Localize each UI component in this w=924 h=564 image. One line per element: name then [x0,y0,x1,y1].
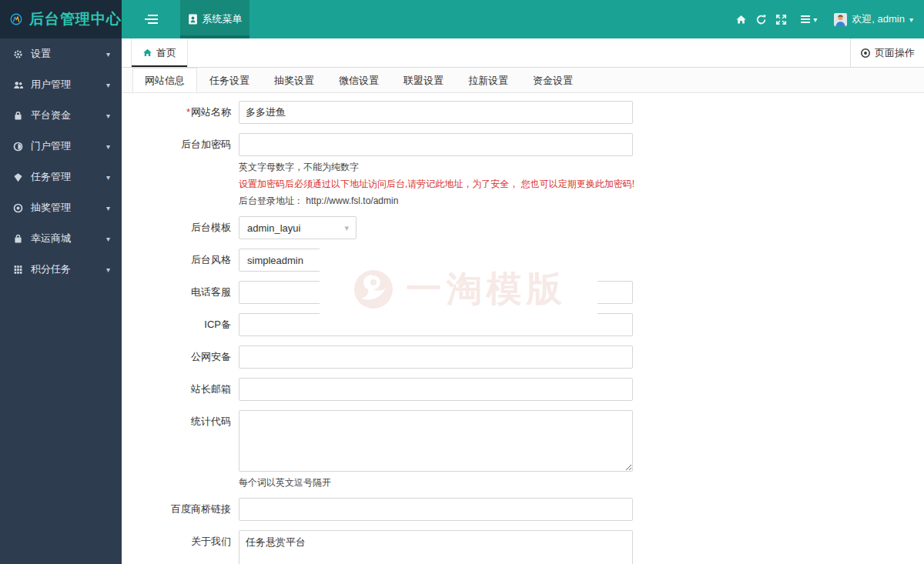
sidebar-item-label: 门户管理 [31,139,71,153]
cogs-icon [12,49,24,59]
home-icon [142,48,152,58]
user-menu[interactable]: 欢迎, admin ▾ [834,12,913,26]
tab-home[interactable]: 首页 [131,38,188,67]
home-button[interactable] [731,0,751,38]
phone-service-input[interactable] [239,281,633,304]
tab-home-label: 首页 [156,46,176,60]
admin-code-input[interactable] [239,133,633,156]
sidebar-item-portal[interactable]: 门户管理 ▾ [0,131,122,162]
field-label: 公网安备 [122,345,239,369]
form-row-stats-code: 统计代码 每个词以英文逗号隔开 [122,410,924,489]
welcome-label: 欢迎, admin [852,12,905,26]
field-label: 后台模板 [122,216,239,239]
stats-code-textarea[interactable] [239,410,633,472]
tab-wechat-settings[interactable]: 微信设置 [326,68,391,92]
tab-alliance-settings[interactable]: 联盟设置 [391,68,456,92]
brand-area: 后台管理中心 [0,0,122,38]
site-name-input[interactable] [239,101,633,124]
field-label: 后台风格 [122,249,239,272]
field-label: 统计代码 [122,410,239,489]
expand-icon [775,14,787,25]
chevron-down-icon: ▾ [106,50,110,58]
admin-code-warning: 设置加密码后必须通过以下地址访问后台,请劳记此地址，为了安全， 您也可以定期更换… [239,179,634,190]
sidebar-item-lucky-mall[interactable]: 幸运商城 ▾ [0,223,122,254]
sidebar-toggle-button[interactable] [122,0,180,38]
main-area: 首页 页面操作 网站信息 任务设置 抽奖设置 微信设置 联盟设置 拉新设置 资金… [122,38,924,564]
admin-login-url: 后台登录地址： http://www.fsl.to/admin [239,195,634,207]
chevron-down-icon: ▾ [106,235,110,243]
sidebar-item-settings[interactable]: 设置 ▾ [0,38,122,69]
field-label: 后台加密码 [122,133,239,207]
points-icon [12,265,24,275]
form-row-admin-template: 后台模板 admin_layui [122,216,924,239]
tab-funds-settings[interactable]: 资金设置 [521,68,585,92]
required-asterisk: * [186,106,190,118]
address-book-icon [188,14,198,25]
site-info-panel: *网站名称 后台加密码 英文字母数字，不能为纯数字 设置加密码后必须通过以下地址… [122,93,924,564]
system-menu-label: 系统菜单 [203,12,243,26]
brand-logo-icon [10,7,22,32]
admin-template-select[interactable]: admin_layui [239,216,357,239]
form-row-phone-service: 电话客服 [122,281,924,304]
admin-style-select[interactable]: simpleadmin [239,249,357,272]
chevron-down-icon: ▾ [909,15,913,24]
header-right: ▾ 欢迎, admin ▾ [731,0,924,38]
tab-referral-settings[interactable]: 拉新设置 [456,68,521,92]
users-icon [12,80,24,90]
page-tab-bar: 首页 页面操作 [122,38,924,68]
form-row-admin-style: 后台风格 simpleadmin [122,249,924,272]
sidebar-item-lottery[interactable]: 抽奖管理 ▾ [0,192,122,223]
page-operations-button[interactable]: 页面操作 [850,38,924,67]
tasks-icon [12,172,24,182]
webmaster-email-input[interactable] [239,378,633,401]
chevron-down-icon: ▾ [106,173,110,182]
field-label: 关于我们 [122,530,239,564]
hamburger-icon [145,15,158,24]
about-us-textarea[interactable]: 任务悬赏平台 [239,530,633,564]
form-row-public-security: 公网安备 [122,345,924,369]
public-security-input[interactable] [239,345,633,369]
stats-code-help: 每个词以英文逗号隔开 [239,477,634,489]
brand-title: 后台管理中心 [29,9,122,29]
sidebar-item-label: 平台资金 [31,108,71,122]
icp-input[interactable] [239,313,633,336]
funds-icon [12,111,24,121]
refresh-button[interactable] [751,0,771,38]
tab-lottery-settings[interactable]: 抽奖设置 [262,68,326,92]
chevron-down-icon: ▾ [106,204,110,212]
sidebar-item-label: 用户管理 [31,78,71,92]
portal-icon [12,142,24,152]
fullscreen-button[interactable] [771,0,791,38]
chevron-down-icon: ▾ [106,112,110,120]
target-icon [860,48,871,58]
list-icon [800,15,811,24]
page-operations-label: 页面操作 [875,46,915,60]
sidebar-item-label: 设置 [31,47,51,61]
sidebar-item-label: 抽奖管理 [31,201,71,215]
chevron-down-icon: ▾ [106,142,110,151]
sidebar-item-users[interactable]: 用户管理 ▾ [0,69,122,100]
lottery-icon [12,203,24,213]
chevron-down-icon: ▾ [106,81,110,89]
home-icon [735,14,747,25]
sidebar-item-label: 任务管理 [31,170,71,184]
system-menu-button[interactable]: 系统菜单 [180,0,249,38]
field-label: 电话客服 [122,281,239,304]
tab-site-info[interactable]: 网站信息 [132,68,197,92]
sidebar-item-label: 幸运商城 [31,232,71,245]
chevron-down-icon: ▾ [813,15,817,24]
field-label: 百度商桥链接 [122,498,239,521]
sidebar-item-platform-funds[interactable]: 平台资金 ▾ [0,100,122,131]
user-avatar [834,13,847,26]
admin-code-help: 英文字母数字，不能为纯数字 [239,162,634,173]
tasks-menu-button[interactable]: ▾ [794,0,823,38]
field-label: *网站名称 [122,101,239,124]
field-label: ICP备 [122,313,239,336]
field-label: 站长邮箱 [122,378,239,401]
sidebar: 设置 ▾ 用户管理 ▾ 平台资金 ▾ 门户管理 ▾ 任务管理 ▾ 抽奖管理 ▾ [0,38,122,564]
sidebar-item-tasks[interactable]: 任务管理 ▾ [0,162,122,192]
form-row-baidu-bridge: 百度商桥链接 [122,498,924,521]
tab-task-settings[interactable]: 任务设置 [197,68,262,92]
baidu-bridge-input[interactable] [239,498,633,521]
sidebar-item-points-tasks[interactable]: 积分任务 ▾ [0,254,122,285]
